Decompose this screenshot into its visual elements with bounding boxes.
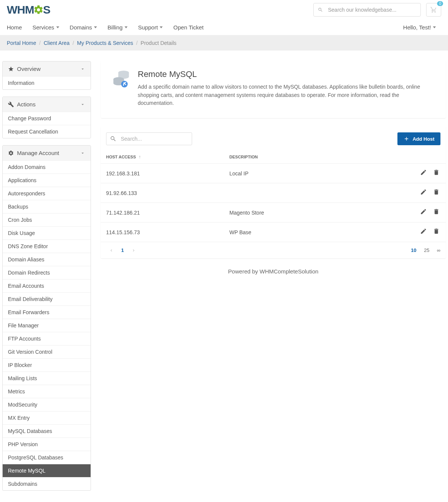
sidebar-item-backups[interactable]: Backups <box>3 200 91 213</box>
page-description: Add a specific domain name to allow visi… <box>138 83 435 107</box>
trash-icon <box>433 208 440 216</box>
sidebar-item-change-password[interactable]: Change Password <box>3 112 91 125</box>
edit-button[interactable] <box>420 189 428 196</box>
database-icon <box>111 69 131 89</box>
chevron-down-icon <box>160 26 163 28</box>
edit-button[interactable] <box>420 169 428 177</box>
page-size-∞[interactable]: ∞ <box>437 247 440 253</box>
sidebar-item-request-cancellation[interactable]: Request Cancellation <box>3 125 91 138</box>
sidebar-item-ip-blocker[interactable]: IP Blocker <box>3 359 91 372</box>
delete-button[interactable] <box>433 208 440 216</box>
sidebar-item-git-version-control[interactable]: Git Version Control <box>3 345 91 358</box>
pencil-icon <box>420 208 427 216</box>
sidebar-item-file-manager[interactable]: File Manager <box>3 319 91 332</box>
sidebar-item-disk-usage[interactable]: Disk Usage <box>3 227 91 239</box>
cell-desc: Local IP <box>224 164 347 183</box>
kb-search <box>313 3 421 17</box>
nav-home[interactable]: Home <box>7 20 27 34</box>
pencil-icon <box>420 228 427 235</box>
page-size-10[interactable]: 10 <box>411 247 416 253</box>
trash-icon <box>433 228 440 235</box>
cart-button[interactable]: 0 <box>426 3 441 17</box>
col-host-access[interactable]: HOST ACCESS ↑ <box>101 150 224 164</box>
sidebar-item-mailing-lists[interactable]: Mailing Lists <box>3 372 91 385</box>
breadcrumb-link[interactable]: Client Area <box>44 40 69 46</box>
sidebar-item-mx-entry[interactable]: MX Entry <box>3 411 91 424</box>
footer-credit: Powered by WHMCompleteSolution <box>101 267 446 282</box>
user-menu[interactable]: Hello, Test! <box>398 20 441 34</box>
sidebar-item-autoresponders[interactable]: Autoresponders <box>3 187 91 200</box>
table-search-input[interactable] <box>106 132 192 145</box>
page-title: Remote MySQL <box>138 69 435 79</box>
chevron-down-icon <box>125 26 128 28</box>
nav-open-ticket[interactable]: Open Ticket <box>168 20 209 34</box>
sidebar-item-dns-zone-editor[interactable]: DNS Zone Editor <box>3 240 91 253</box>
sidebar-item-domain-aliases[interactable]: Domain Aliases <box>3 253 91 266</box>
chevron-down-icon <box>80 150 85 156</box>
nav-domains[interactable]: Domains <box>65 20 102 34</box>
cart-icon <box>430 6 437 13</box>
page-number[interactable]: 1 <box>117 246 128 255</box>
sidebar-item-php-version[interactable]: PHP Version <box>3 438 91 451</box>
col-description[interactable]: DESCRIPTION <box>224 150 347 164</box>
panel-header-manage-account[interactable]: Manage Account <box>3 146 91 160</box>
sidebar-item-email-forwarders[interactable]: Email Forwarders <box>3 306 91 319</box>
cell-desc <box>224 183 347 203</box>
sidebar-item-metrics[interactable]: Metrics <box>3 385 91 398</box>
cell-desc: Magento Store <box>224 203 347 223</box>
add-host-button[interactable]: Add Host <box>397 132 440 145</box>
search-icon <box>110 135 117 142</box>
chevron-down-icon <box>433 26 436 28</box>
delete-button[interactable] <box>433 169 440 177</box>
edit-button[interactable] <box>420 208 428 216</box>
sidebar-item-remote-mysql[interactable]: Remote MySQL <box>3 464 91 477</box>
kb-search-input[interactable] <box>313 3 421 17</box>
pencil-icon <box>420 189 427 196</box>
nav-billing[interactable]: Billing <box>102 20 133 34</box>
sidebar-item-information[interactable]: Information <box>3 77 91 89</box>
sidebar-item-postgresql-databases[interactable]: PostgreSQL Databases <box>3 451 91 464</box>
breadcrumb-link[interactable]: My Products & Services <box>77 40 133 46</box>
plus-icon <box>403 136 410 142</box>
wrench-icon <box>8 101 14 107</box>
logo-text-post: S <box>43 3 50 16</box>
edit-button[interactable] <box>420 228 428 235</box>
sidebar-item-modsecurity[interactable]: ModSecurity <box>3 398 91 411</box>
page-size-25[interactable]: 25 <box>424 247 429 253</box>
pencil-icon <box>420 169 427 177</box>
sidebar-item-subdomains[interactable]: Subdomains <box>3 477 91 490</box>
logo-text-pre: WHM <box>7 3 34 16</box>
panel-header-overview[interactable]: Overview <box>3 61 91 76</box>
breadcrumb: Portal Home/Client Area/My Products & Se… <box>0 35 448 51</box>
panel-header-actions[interactable]: Actions <box>3 97 91 112</box>
table-row: 114.15.156.73WP Base <box>101 223 446 242</box>
sidebar-item-ftp-accounts[interactable]: FTP Accounts <box>3 332 91 345</box>
cell-host: 192.168.3.181 <box>101 164 224 183</box>
star-icon <box>8 66 14 72</box>
trash-icon <box>433 169 440 177</box>
delete-button[interactable] <box>433 228 440 235</box>
search-icon <box>318 7 323 12</box>
nav-support[interactable]: Support <box>133 20 168 34</box>
prev-page[interactable] <box>106 247 117 254</box>
sidebar-item-email-accounts[interactable]: Email Accounts <box>3 279 91 292</box>
cell-host: 71.142.186.21 <box>101 203 224 223</box>
table-row: 192.168.3.181Local IP <box>101 164 446 183</box>
nav-services[interactable]: Services <box>27 20 65 34</box>
gear-icon <box>33 5 44 15</box>
breadcrumb-link[interactable]: Portal Home <box>7 40 36 46</box>
sidebar-item-mysql-databases[interactable]: MySQL Databases <box>3 425 91 438</box>
table-row: 91.92.66.133 <box>101 183 446 203</box>
delete-button[interactable] <box>433 189 440 196</box>
cart-count-badge: 0 <box>437 1 443 6</box>
trash-icon <box>433 189 440 196</box>
sidebar-item-applications[interactable]: Applications <box>3 174 91 187</box>
brand-logo[interactable]: WHM S <box>7 3 50 16</box>
sidebar-item-domain-redirects[interactable]: Domain Redirects <box>3 266 91 279</box>
table-row: 71.142.186.21Magento Store <box>101 203 446 223</box>
sidebar-item-cron-jobs[interactable]: Cron Jobs <box>3 213 91 226</box>
sidebar-item-addon-domains[interactable]: Addon Domains <box>3 161 91 173</box>
add-host-label: Add Host <box>413 136 434 142</box>
next-page[interactable] <box>128 247 139 254</box>
sidebar-item-email-deliverability[interactable]: Email Deliverability <box>3 293 91 305</box>
